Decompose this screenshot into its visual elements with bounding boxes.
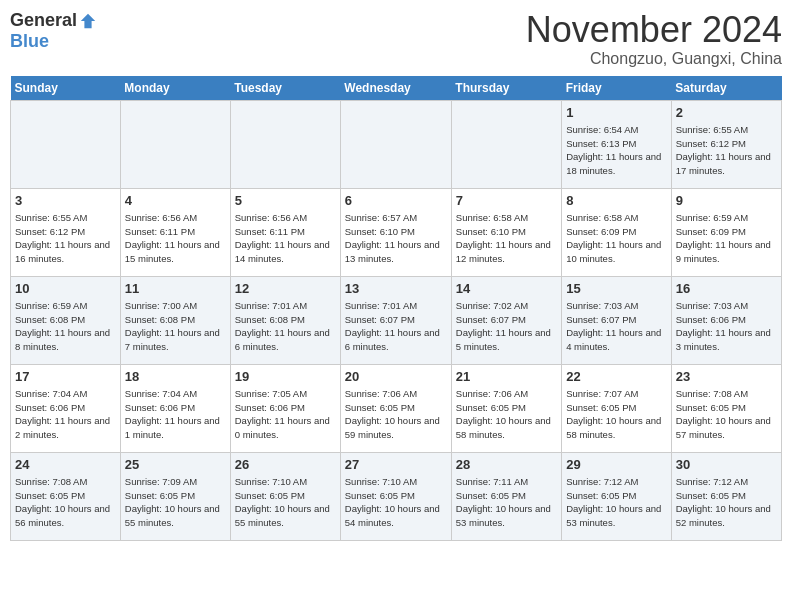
day-info: Sunrise: 7:03 AM Sunset: 6:06 PM Dayligh… <box>676 299 777 354</box>
calendar-cell: 8Sunrise: 6:58 AM Sunset: 6:09 PM Daylig… <box>562 188 672 276</box>
calendar-cell: 30Sunrise: 7:12 AM Sunset: 6:05 PM Dayli… <box>671 452 781 540</box>
day-number: 29 <box>566 456 667 474</box>
day-number: 26 <box>235 456 336 474</box>
day-number: 14 <box>456 280 557 298</box>
day-info: Sunrise: 6:59 AM Sunset: 6:09 PM Dayligh… <box>676 211 777 266</box>
day-info: Sunrise: 6:58 AM Sunset: 6:09 PM Dayligh… <box>566 211 667 266</box>
week-row-1: 1Sunrise: 6:54 AM Sunset: 6:13 PM Daylig… <box>11 100 782 188</box>
day-info: Sunrise: 7:01 AM Sunset: 6:08 PM Dayligh… <box>235 299 336 354</box>
calendar-cell: 15Sunrise: 7:03 AM Sunset: 6:07 PM Dayli… <box>562 276 672 364</box>
week-row-4: 17Sunrise: 7:04 AM Sunset: 6:06 PM Dayli… <box>11 364 782 452</box>
calendar-cell: 21Sunrise: 7:06 AM Sunset: 6:05 PM Dayli… <box>451 364 561 452</box>
calendar-cell: 22Sunrise: 7:07 AM Sunset: 6:05 PM Dayli… <box>562 364 672 452</box>
day-number: 30 <box>676 456 777 474</box>
day-info: Sunrise: 6:55 AM Sunset: 6:12 PM Dayligh… <box>15 211 116 266</box>
calendar-cell: 10Sunrise: 6:59 AM Sunset: 6:08 PM Dayli… <box>11 276 121 364</box>
calendar-cell: 9Sunrise: 6:59 AM Sunset: 6:09 PM Daylig… <box>671 188 781 276</box>
day-number: 20 <box>345 368 447 386</box>
calendar-cell: 5Sunrise: 6:56 AM Sunset: 6:11 PM Daylig… <box>230 188 340 276</box>
calendar-cell: 26Sunrise: 7:10 AM Sunset: 6:05 PM Dayli… <box>230 452 340 540</box>
calendar-cell: 4Sunrise: 6:56 AM Sunset: 6:11 PM Daylig… <box>120 188 230 276</box>
weekday-header-wednesday: Wednesday <box>340 76 451 101</box>
day-info: Sunrise: 6:55 AM Sunset: 6:12 PM Dayligh… <box>676 123 777 178</box>
day-info: Sunrise: 7:02 AM Sunset: 6:07 PM Dayligh… <box>456 299 557 354</box>
day-number: 6 <box>345 192 447 210</box>
day-number: 12 <box>235 280 336 298</box>
calendar-cell: 24Sunrise: 7:08 AM Sunset: 6:05 PM Dayli… <box>11 452 121 540</box>
day-info: Sunrise: 7:01 AM Sunset: 6:07 PM Dayligh… <box>345 299 447 354</box>
day-number: 2 <box>676 104 777 122</box>
day-info: Sunrise: 6:56 AM Sunset: 6:11 PM Dayligh… <box>125 211 226 266</box>
day-number: 10 <box>15 280 116 298</box>
day-number: 18 <box>125 368 226 386</box>
logo-blue-text: Blue <box>10 31 49 52</box>
calendar-cell: 6Sunrise: 6:57 AM Sunset: 6:10 PM Daylig… <box>340 188 451 276</box>
calendar-cell: 29Sunrise: 7:12 AM Sunset: 6:05 PM Dayli… <box>562 452 672 540</box>
day-info: Sunrise: 7:08 AM Sunset: 6:05 PM Dayligh… <box>15 475 116 530</box>
weekday-header-tuesday: Tuesday <box>230 76 340 101</box>
day-number: 15 <box>566 280 667 298</box>
day-number: 27 <box>345 456 447 474</box>
day-info: Sunrise: 6:58 AM Sunset: 6:10 PM Dayligh… <box>456 211 557 266</box>
calendar-cell: 23Sunrise: 7:08 AM Sunset: 6:05 PM Dayli… <box>671 364 781 452</box>
calendar-cell <box>340 100 451 188</box>
day-info: Sunrise: 7:05 AM Sunset: 6:06 PM Dayligh… <box>235 387 336 442</box>
svg-marker-0 <box>81 13 95 27</box>
day-info: Sunrise: 7:04 AM Sunset: 6:06 PM Dayligh… <box>125 387 226 442</box>
calendar-cell: 2Sunrise: 6:55 AM Sunset: 6:12 PM Daylig… <box>671 100 781 188</box>
calendar-cell: 11Sunrise: 7:00 AM Sunset: 6:08 PM Dayli… <box>120 276 230 364</box>
day-number: 22 <box>566 368 667 386</box>
week-row-5: 24Sunrise: 7:08 AM Sunset: 6:05 PM Dayli… <box>11 452 782 540</box>
weekday-header-row: SundayMondayTuesdayWednesdayThursdayFrid… <box>11 76 782 101</box>
day-number: 7 <box>456 192 557 210</box>
day-number: 16 <box>676 280 777 298</box>
calendar-cell: 13Sunrise: 7:01 AM Sunset: 6:07 PM Dayli… <box>340 276 451 364</box>
day-number: 8 <box>566 192 667 210</box>
weekday-header-sunday: Sunday <box>11 76 121 101</box>
weekday-header-saturday: Saturday <box>671 76 781 101</box>
calendar-cell: 12Sunrise: 7:01 AM Sunset: 6:08 PM Dayli… <box>230 276 340 364</box>
day-info: Sunrise: 7:08 AM Sunset: 6:05 PM Dayligh… <box>676 387 777 442</box>
page-header: General Blue November 2024 Chongzuo, Gua… <box>10 10 782 68</box>
day-info: Sunrise: 7:11 AM Sunset: 6:05 PM Dayligh… <box>456 475 557 530</box>
day-info: Sunrise: 6:56 AM Sunset: 6:11 PM Dayligh… <box>235 211 336 266</box>
day-number: 25 <box>125 456 226 474</box>
calendar-cell: 18Sunrise: 7:04 AM Sunset: 6:06 PM Dayli… <box>120 364 230 452</box>
day-number: 23 <box>676 368 777 386</box>
calendar-cell: 3Sunrise: 6:55 AM Sunset: 6:12 PM Daylig… <box>11 188 121 276</box>
calendar-cell: 19Sunrise: 7:05 AM Sunset: 6:06 PM Dayli… <box>230 364 340 452</box>
calendar-cell <box>451 100 561 188</box>
day-info: Sunrise: 7:12 AM Sunset: 6:05 PM Dayligh… <box>566 475 667 530</box>
day-number: 5 <box>235 192 336 210</box>
calendar-cell <box>120 100 230 188</box>
calendar-cell: 25Sunrise: 7:09 AM Sunset: 6:05 PM Dayli… <box>120 452 230 540</box>
weekday-header-monday: Monday <box>120 76 230 101</box>
calendar-cell: 16Sunrise: 7:03 AM Sunset: 6:06 PM Dayli… <box>671 276 781 364</box>
calendar-table: SundayMondayTuesdayWednesdayThursdayFrid… <box>10 76 782 541</box>
day-number: 19 <box>235 368 336 386</box>
day-info: Sunrise: 7:06 AM Sunset: 6:05 PM Dayligh… <box>345 387 447 442</box>
day-number: 3 <box>15 192 116 210</box>
day-info: Sunrise: 6:54 AM Sunset: 6:13 PM Dayligh… <box>566 123 667 178</box>
calendar-cell: 20Sunrise: 7:06 AM Sunset: 6:05 PM Dayli… <box>340 364 451 452</box>
day-info: Sunrise: 7:00 AM Sunset: 6:08 PM Dayligh… <box>125 299 226 354</box>
calendar-cell: 14Sunrise: 7:02 AM Sunset: 6:07 PM Dayli… <box>451 276 561 364</box>
logo: General Blue <box>10 10 97 52</box>
calendar-cell: 17Sunrise: 7:04 AM Sunset: 6:06 PM Dayli… <box>11 364 121 452</box>
calendar-cell <box>11 100 121 188</box>
title-section: November 2024 Chongzuo, Guangxi, China <box>526 10 782 68</box>
calendar-cell <box>230 100 340 188</box>
day-number: 17 <box>15 368 116 386</box>
day-info: Sunrise: 7:07 AM Sunset: 6:05 PM Dayligh… <box>566 387 667 442</box>
day-info: Sunrise: 6:59 AM Sunset: 6:08 PM Dayligh… <box>15 299 116 354</box>
day-info: Sunrise: 7:10 AM Sunset: 6:05 PM Dayligh… <box>235 475 336 530</box>
day-number: 21 <box>456 368 557 386</box>
day-info: Sunrise: 7:10 AM Sunset: 6:05 PM Dayligh… <box>345 475 447 530</box>
day-info: Sunrise: 6:57 AM Sunset: 6:10 PM Dayligh… <box>345 211 447 266</box>
weekday-header-friday: Friday <box>562 76 672 101</box>
calendar-cell: 27Sunrise: 7:10 AM Sunset: 6:05 PM Dayli… <box>340 452 451 540</box>
day-info: Sunrise: 7:06 AM Sunset: 6:05 PM Dayligh… <box>456 387 557 442</box>
calendar-cell: 1Sunrise: 6:54 AM Sunset: 6:13 PM Daylig… <box>562 100 672 188</box>
day-number: 11 <box>125 280 226 298</box>
day-number: 28 <box>456 456 557 474</box>
